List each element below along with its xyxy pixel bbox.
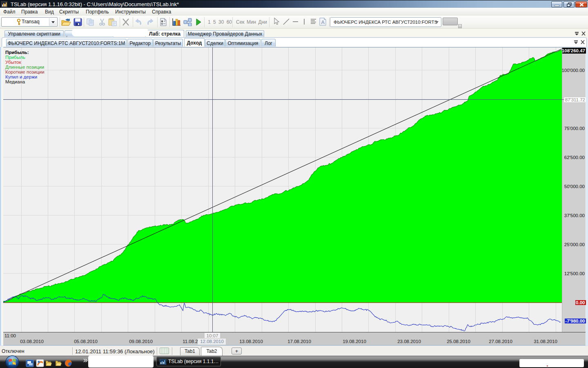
svg-text:25'000.00: 25'000.00 — [564, 242, 585, 247]
svg-text:75'000.00: 75'000.00 — [564, 126, 585, 131]
svg-text:03.08.2010: 03.08.2010 — [20, 339, 44, 344]
svg-text:Длинные позиции: Длинные позиции — [5, 65, 44, 70]
svg-text:37'500.00: 37'500.00 — [564, 213, 585, 218]
svg-text:0.00: 0.00 — [576, 300, 585, 305]
svg-text:62'500.00: 62'500.00 — [564, 155, 585, 160]
svg-text:87'311.72: 87'311.72 — [565, 97, 585, 102]
svg-text:09.08.2010: 09.08.2010 — [129, 339, 153, 344]
svg-text:13.08.2010: 13.08.2010 — [239, 339, 263, 344]
svg-text:A: A — [321, 19, 325, 25]
svg-text:12.08.2010: 12.08.2010 — [200, 339, 224, 344]
svg-text:-7'980.00: -7'980.00 — [565, 319, 585, 323]
svg-text:12'500.00: 12'500.00 — [564, 271, 585, 276]
svg-text:31.08.2010: 31.08.2010 — [534, 339, 557, 344]
svg-text:Медиана: Медиана — [5, 79, 25, 84]
svg-text:108'260.47: 108'260.47 — [562, 48, 585, 53]
svg-text:10:07: 10:07 — [207, 333, 218, 338]
svg-text:25.08.2010: 25.08.2010 — [447, 339, 470, 344]
svg-text:23.08.2010: 23.08.2010 — [397, 339, 421, 344]
svg-text:Купил и держи: Купил и держи — [5, 74, 37, 79]
svg-text:17.08.2010: 17.08.2010 — [287, 339, 311, 344]
svg-text:19.08.2010: 19.08.2010 — [343, 339, 366, 344]
svg-text:11.08.2: 11.08.2 — [183, 339, 198, 344]
svg-text:100'000.00: 100'000.00 — [561, 68, 585, 73]
svg-text:11:00: 11:00 — [4, 333, 16, 338]
svg-text:50'000.00: 50'000.00 — [564, 184, 585, 189]
svg-text:Прибыль: Прибыль — [5, 55, 25, 60]
svg-text:Короткие позиции: Короткие позиции — [5, 70, 45, 74]
svg-text:27.08.2010: 27.08.2010 — [489, 339, 512, 344]
svg-text:Прибыль:: Прибыль: — [5, 50, 29, 55]
svg-text:05.08.2010: 05.08.2010 — [74, 339, 98, 344]
svg-text:Убыток: Убыток — [5, 60, 21, 65]
